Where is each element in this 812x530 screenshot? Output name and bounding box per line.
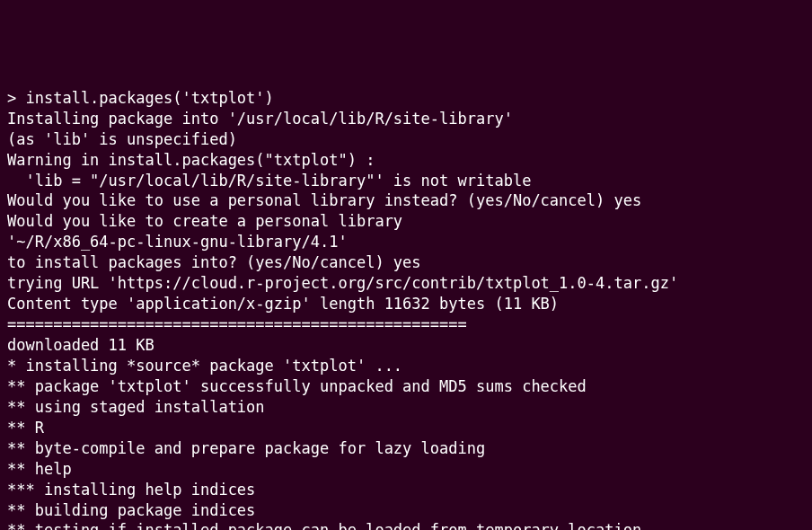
terminal-line: ** R [7,418,805,438]
terminal-line: Content type 'application/x-gzip' length… [7,294,805,314]
progress-bar: ========================================… [7,314,805,335]
terminal-line: ** package 'txtplot' successfully unpack… [7,376,805,397]
terminal-line: Would you like to create a personal libr… [7,211,805,232]
terminal-line: ** byte-compile and prepare package for … [7,438,805,459]
terminal-line: Installing package into '/usr/local/lib/… [7,109,805,129]
terminal-line: > install.packages('txtplot') [7,88,805,109]
terminal-line: 'lib = "/usr/local/lib/R/site-library"' … [7,171,805,191]
terminal-line: Warning in install.packages("txtplot") : [7,150,805,171]
terminal-line: Would you like to use a personal library… [7,190,805,211]
terminal-line: '~/R/x86_64-pc-linux-gnu-library/4.1' [7,232,805,252]
terminal-line: ** help [7,459,805,480]
terminal-line: *** installing help indices [7,480,805,500]
terminal-line: * installing *source* package 'txtplot' … [7,356,805,376]
terminal-line: trying URL 'https://cloud.r-project.org/… [7,273,805,294]
terminal-line: to install packages into? (yes/No/cancel… [7,252,805,273]
terminal-line: ** testing if installed package can be l… [7,520,805,530]
terminal-line: ** using staged installation [7,397,805,418]
terminal-output[interactable]: > install.packages('txtplot')Installing … [7,88,805,530]
terminal-line: (as 'lib' is unspecified) [7,129,805,150]
terminal-line: ** building package indices [7,500,805,521]
terminal-line: downloaded 11 KB [7,335,805,356]
